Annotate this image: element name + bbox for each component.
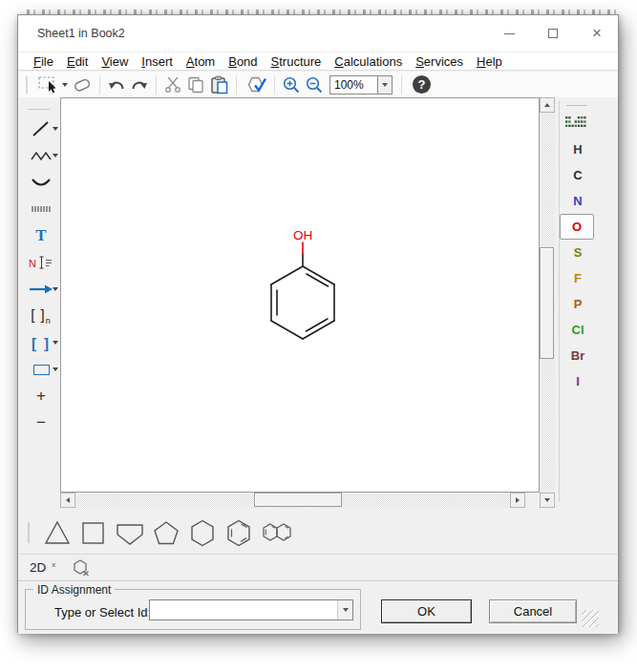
element-button-n[interactable]: N (562, 188, 594, 214)
canvas-horizontal-scrollbar[interactable] (60, 493, 525, 508)
drawing-canvas[interactable]: OH (60, 97, 540, 493)
arrow-tool-button[interactable] (24, 277, 58, 302)
redo-button[interactable] (128, 74, 151, 96)
canvas-vertical-scrollbar[interactable] (540, 97, 555, 508)
minimize-button[interactable] (501, 26, 517, 41)
titlebar[interactable]: Sheet1 in Book2 × (18, 15, 618, 52)
rectangle-tool-button[interactable] (24, 357, 58, 382)
periodic-table-button[interactable] (560, 114, 594, 131)
main-toolbar: 100% ? (18, 72, 618, 97)
vertical-scroll-thumb[interactable] (540, 247, 554, 359)
check-structure-button[interactable] (242, 74, 269, 96)
maximize-button[interactable] (545, 26, 561, 41)
menu-edit[interactable]: Edit (60, 53, 95, 70)
resize-grip[interactable] (582, 610, 599, 627)
chain-tool-dropdown-icon[interactable] (53, 154, 58, 158)
bracket-tool-button[interactable]: [ ] (24, 330, 58, 355)
square-icon (79, 519, 108, 546)
template-cyclohexane[interactable] (184, 516, 221, 549)
minus-charge-button[interactable]: − (24, 410, 58, 435)
cut-button[interactable] (161, 74, 184, 96)
horizontal-scroll-thumb[interactable] (254, 493, 342, 507)
menu-structure[interactable]: Structure (265, 53, 329, 70)
id-assignment-section: ID Assignment Type or Select Id: OK Canc… (18, 580, 618, 634)
chain-icon (30, 148, 53, 163)
template-cyclopentane[interactable] (148, 516, 184, 549)
template-cyclobutane[interactable] (75, 516, 112, 549)
template-cyclopentane-envelope[interactable] (112, 516, 148, 549)
selection-icon (37, 75, 60, 94)
paste-button[interactable] (207, 74, 231, 96)
close-button[interactable]: × (589, 26, 605, 41)
eraser-button[interactable] (70, 74, 95, 96)
menu-services[interactable]: Services (409, 53, 470, 70)
zoom-out-button[interactable] (303, 74, 326, 96)
minus-icon: − (36, 413, 46, 432)
template-toolbar-grip[interactable] (28, 522, 30, 543)
hexagon-icon (188, 518, 217, 547)
scroll-left-button[interactable] (60, 493, 75, 508)
clean-structure-button[interactable] (71, 558, 92, 578)
eraser-icon (72, 76, 93, 94)
template-benzene[interactable] (221, 516, 257, 549)
scroll-up-button[interactable] (540, 97, 555, 113)
menubar: FileEditViewInsertAtomBondStructureCalcu… (18, 52, 618, 71)
select-tool-button[interactable] (35, 74, 70, 96)
bracket-tool-dropdown-icon[interactable] (53, 341, 58, 345)
chain-tool-button[interactable] (24, 143, 58, 168)
element-panel-grip[interactable] (566, 105, 587, 108)
ok-button[interactable]: OK (381, 599, 472, 623)
menu-view[interactable]: View (95, 53, 135, 70)
select-tool-dropdown-icon[interactable] (62, 83, 68, 87)
element-button-p[interactable]: P (562, 291, 594, 317)
palette-grip[interactable] (28, 109, 51, 111)
mode-2d-label[interactable]: 2D (30, 560, 46, 575)
undo-icon (107, 76, 126, 94)
element-button-h[interactable]: H (562, 136, 594, 162)
element-button-br[interactable]: Br (562, 343, 594, 368)
rectangle-tool-dropdown-icon[interactable] (53, 368, 58, 371)
arc-tool-button[interactable] (24, 170, 58, 195)
element-button-c[interactable]: C (562, 162, 594, 188)
menu-bond[interactable]: Bond (222, 53, 264, 70)
repeat-group-tool-button[interactable]: [ ]n (24, 304, 58, 328)
element-button-s[interactable]: S (562, 240, 594, 265)
help-button[interactable]: ? (413, 75, 431, 94)
bond-tool-button[interactable] (24, 116, 58, 141)
zoom-level-combobox[interactable]: 100% (329, 75, 393, 94)
menu-help[interactable]: Help (470, 53, 509, 70)
menu-atom[interactable]: Atom (180, 53, 222, 70)
hash-marks-icon (30, 203, 53, 215)
id-combobox[interactable] (149, 599, 353, 620)
template-cyclopropane[interactable] (39, 516, 75, 549)
template-naphthalene[interactable] (257, 516, 301, 549)
plus-charge-button[interactable]: + (24, 384, 58, 409)
template-toolbar (18, 512, 618, 554)
scroll-right-button[interactable] (510, 493, 525, 508)
svg-text:N: N (29, 258, 36, 269)
rectangle-icon (33, 365, 50, 375)
toolbar-separator (236, 75, 237, 94)
cancel-button[interactable]: Cancel (489, 599, 577, 623)
copy-button[interactable] (184, 74, 207, 96)
text-tool-button[interactable]: T (24, 223, 58, 248)
arrow-tool-dropdown-icon[interactable] (53, 287, 58, 291)
id-dropdown-button[interactable] (337, 600, 352, 620)
dotted-line-tool-button[interactable] (24, 197, 58, 221)
menu-insert[interactable]: Insert (135, 53, 180, 70)
toolbar-grip[interactable] (26, 76, 28, 94)
scroll-down-button[interactable] (540, 493, 555, 508)
bond-tool-dropdown-icon[interactable] (53, 127, 58, 131)
element-button-cl[interactable]: Cl (562, 317, 594, 343)
undo-button[interactable] (105, 74, 128, 96)
element-button-f[interactable]: F (562, 265, 594, 291)
zoom-level-dropdown-button[interactable] (377, 76, 392, 94)
zoom-in-button[interactable] (280, 74, 303, 96)
element-button-i[interactable]: I (562, 368, 594, 394)
id-input[interactable] (150, 600, 337, 620)
atom-label-tool-button[interactable]: N (24, 250, 58, 275)
element-button-o[interactable]: O (560, 214, 594, 240)
menu-calculations[interactable]: Calculations (328, 53, 409, 70)
arrow-up-icon (544, 103, 550, 107)
menu-file[interactable]: File (27, 53, 60, 70)
